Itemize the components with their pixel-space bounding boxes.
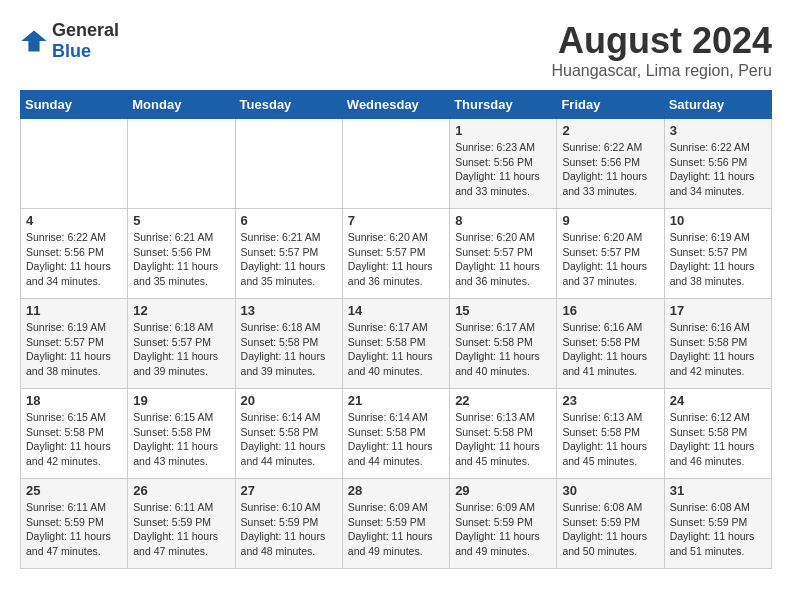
calendar-cell: 14Sunrise: 6:17 AM Sunset: 5:58 PM Dayli… <box>342 299 449 389</box>
day-detail: Sunrise: 6:09 AM Sunset: 5:59 PM Dayligh… <box>348 500 444 559</box>
calendar-cell: 22Sunrise: 6:13 AM Sunset: 5:58 PM Dayli… <box>450 389 557 479</box>
day-number: 27 <box>241 483 337 498</box>
calendar-cell: 27Sunrise: 6:10 AM Sunset: 5:59 PM Dayli… <box>235 479 342 569</box>
day-number: 8 <box>455 213 551 228</box>
header-day: Monday <box>128 91 235 119</box>
day-number: 20 <box>241 393 337 408</box>
calendar-cell: 8Sunrise: 6:20 AM Sunset: 5:57 PM Daylig… <box>450 209 557 299</box>
day-number: 16 <box>562 303 658 318</box>
day-detail: Sunrise: 6:22 AM Sunset: 5:56 PM Dayligh… <box>670 140 766 199</box>
calendar-week-row: 4Sunrise: 6:22 AM Sunset: 5:56 PM Daylig… <box>21 209 772 299</box>
calendar-cell: 12Sunrise: 6:18 AM Sunset: 5:57 PM Dayli… <box>128 299 235 389</box>
calendar-week-row: 1Sunrise: 6:23 AM Sunset: 5:56 PM Daylig… <box>21 119 772 209</box>
day-number: 24 <box>670 393 766 408</box>
day-detail: Sunrise: 6:21 AM Sunset: 5:56 PM Dayligh… <box>133 230 229 289</box>
day-detail: Sunrise: 6:14 AM Sunset: 5:58 PM Dayligh… <box>241 410 337 469</box>
header-day: Saturday <box>664 91 771 119</box>
day-number: 13 <box>241 303 337 318</box>
calendar-week-row: 25Sunrise: 6:11 AM Sunset: 5:59 PM Dayli… <box>21 479 772 569</box>
calendar-cell: 7Sunrise: 6:20 AM Sunset: 5:57 PM Daylig… <box>342 209 449 299</box>
header-row: SundayMondayTuesdayWednesdayThursdayFrid… <box>21 91 772 119</box>
calendar-cell: 19Sunrise: 6:15 AM Sunset: 5:58 PM Dayli… <box>128 389 235 479</box>
calendar-cell: 2Sunrise: 6:22 AM Sunset: 5:56 PM Daylig… <box>557 119 664 209</box>
day-number: 17 <box>670 303 766 318</box>
calendar-cell: 20Sunrise: 6:14 AM Sunset: 5:58 PM Dayli… <box>235 389 342 479</box>
day-detail: Sunrise: 6:22 AM Sunset: 5:56 PM Dayligh… <box>562 140 658 199</box>
day-number: 14 <box>348 303 444 318</box>
day-number: 30 <box>562 483 658 498</box>
day-number: 23 <box>562 393 658 408</box>
day-detail: Sunrise: 6:17 AM Sunset: 5:58 PM Dayligh… <box>455 320 551 379</box>
day-detail: Sunrise: 6:21 AM Sunset: 5:57 PM Dayligh… <box>241 230 337 289</box>
day-detail: Sunrise: 6:20 AM Sunset: 5:57 PM Dayligh… <box>455 230 551 289</box>
day-detail: Sunrise: 6:15 AM Sunset: 5:58 PM Dayligh… <box>133 410 229 469</box>
day-number: 12 <box>133 303 229 318</box>
day-number: 28 <box>348 483 444 498</box>
subtitle: Huangascar, Lima region, Peru <box>551 62 772 80</box>
day-number: 9 <box>562 213 658 228</box>
day-number: 31 <box>670 483 766 498</box>
day-detail: Sunrise: 6:17 AM Sunset: 5:58 PM Dayligh… <box>348 320 444 379</box>
calendar-cell: 29Sunrise: 6:09 AM Sunset: 5:59 PM Dayli… <box>450 479 557 569</box>
calendar-cell: 15Sunrise: 6:17 AM Sunset: 5:58 PM Dayli… <box>450 299 557 389</box>
calendar-cell: 13Sunrise: 6:18 AM Sunset: 5:58 PM Dayli… <box>235 299 342 389</box>
calendar-cell: 17Sunrise: 6:16 AM Sunset: 5:58 PM Dayli… <box>664 299 771 389</box>
day-number: 10 <box>670 213 766 228</box>
calendar-cell: 31Sunrise: 6:08 AM Sunset: 5:59 PM Dayli… <box>664 479 771 569</box>
calendar-cell: 26Sunrise: 6:11 AM Sunset: 5:59 PM Dayli… <box>128 479 235 569</box>
day-number: 6 <box>241 213 337 228</box>
day-number: 1 <box>455 123 551 138</box>
day-number: 5 <box>133 213 229 228</box>
calendar-cell: 9Sunrise: 6:20 AM Sunset: 5:57 PM Daylig… <box>557 209 664 299</box>
day-number: 21 <box>348 393 444 408</box>
header-day: Sunday <box>21 91 128 119</box>
day-number: 26 <box>133 483 229 498</box>
calendar-cell: 5Sunrise: 6:21 AM Sunset: 5:56 PM Daylig… <box>128 209 235 299</box>
day-detail: Sunrise: 6:13 AM Sunset: 5:58 PM Dayligh… <box>455 410 551 469</box>
calendar-cell: 11Sunrise: 6:19 AM Sunset: 5:57 PM Dayli… <box>21 299 128 389</box>
day-number: 29 <box>455 483 551 498</box>
logo-blue: Blue <box>52 41 91 61</box>
calendar-cell: 16Sunrise: 6:16 AM Sunset: 5:58 PM Dayli… <box>557 299 664 389</box>
day-detail: Sunrise: 6:19 AM Sunset: 5:57 PM Dayligh… <box>670 230 766 289</box>
calendar-cell: 23Sunrise: 6:13 AM Sunset: 5:58 PM Dayli… <box>557 389 664 479</box>
calendar-cell: 4Sunrise: 6:22 AM Sunset: 5:56 PM Daylig… <box>21 209 128 299</box>
header-day: Tuesday <box>235 91 342 119</box>
day-detail: Sunrise: 6:10 AM Sunset: 5:59 PM Dayligh… <box>241 500 337 559</box>
day-detail: Sunrise: 6:16 AM Sunset: 5:58 PM Dayligh… <box>670 320 766 379</box>
main-title: August 2024 <box>551 20 772 62</box>
day-number: 18 <box>26 393 122 408</box>
day-number: 4 <box>26 213 122 228</box>
day-detail: Sunrise: 6:13 AM Sunset: 5:58 PM Dayligh… <box>562 410 658 469</box>
day-number: 11 <box>26 303 122 318</box>
calendar-week-row: 11Sunrise: 6:19 AM Sunset: 5:57 PM Dayli… <box>21 299 772 389</box>
calendar-cell: 28Sunrise: 6:09 AM Sunset: 5:59 PM Dayli… <box>342 479 449 569</box>
calendar-cell: 1Sunrise: 6:23 AM Sunset: 5:56 PM Daylig… <box>450 119 557 209</box>
logo: General Blue <box>20 20 119 62</box>
day-number: 15 <box>455 303 551 318</box>
calendar-week-row: 18Sunrise: 6:15 AM Sunset: 5:58 PM Dayli… <box>21 389 772 479</box>
day-number: 22 <box>455 393 551 408</box>
header-day: Thursday <box>450 91 557 119</box>
day-detail: Sunrise: 6:11 AM Sunset: 5:59 PM Dayligh… <box>26 500 122 559</box>
header-day: Wednesday <box>342 91 449 119</box>
day-detail: Sunrise: 6:20 AM Sunset: 5:57 PM Dayligh… <box>348 230 444 289</box>
day-detail: Sunrise: 6:15 AM Sunset: 5:58 PM Dayligh… <box>26 410 122 469</box>
day-number: 19 <box>133 393 229 408</box>
day-detail: Sunrise: 6:14 AM Sunset: 5:58 PM Dayligh… <box>348 410 444 469</box>
calendar-cell: 25Sunrise: 6:11 AM Sunset: 5:59 PM Dayli… <box>21 479 128 569</box>
day-detail: Sunrise: 6:19 AM Sunset: 5:57 PM Dayligh… <box>26 320 122 379</box>
day-detail: Sunrise: 6:22 AM Sunset: 5:56 PM Dayligh… <box>26 230 122 289</box>
day-number: 25 <box>26 483 122 498</box>
logo-icon <box>20 27 48 55</box>
day-detail: Sunrise: 6:08 AM Sunset: 5:59 PM Dayligh… <box>562 500 658 559</box>
calendar-cell: 24Sunrise: 6:12 AM Sunset: 5:58 PM Dayli… <box>664 389 771 479</box>
calendar-cell: 3Sunrise: 6:22 AM Sunset: 5:56 PM Daylig… <box>664 119 771 209</box>
day-detail: Sunrise: 6:12 AM Sunset: 5:58 PM Dayligh… <box>670 410 766 469</box>
calendar-cell: 6Sunrise: 6:21 AM Sunset: 5:57 PM Daylig… <box>235 209 342 299</box>
calendar-cell <box>235 119 342 209</box>
day-detail: Sunrise: 6:16 AM Sunset: 5:58 PM Dayligh… <box>562 320 658 379</box>
title-block: August 2024 Huangascar, Lima region, Per… <box>551 20 772 80</box>
day-detail: Sunrise: 6:18 AM Sunset: 5:57 PM Dayligh… <box>133 320 229 379</box>
day-detail: Sunrise: 6:11 AM Sunset: 5:59 PM Dayligh… <box>133 500 229 559</box>
